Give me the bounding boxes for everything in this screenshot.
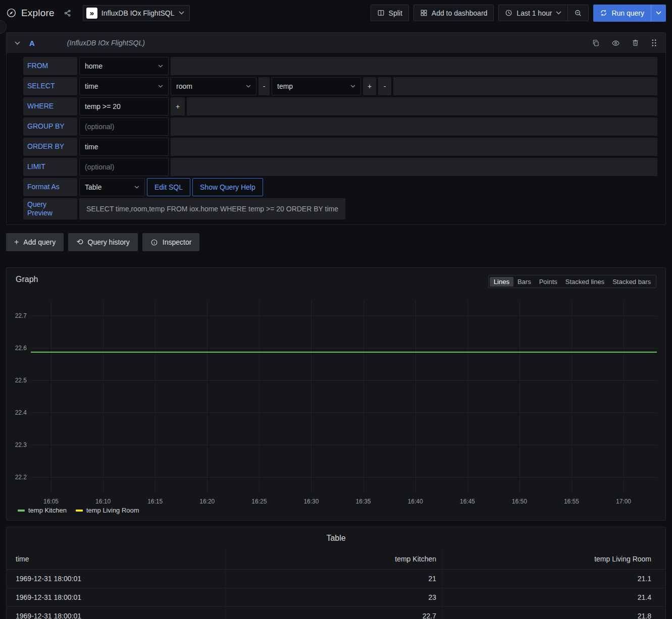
graph-mode-stacked-bars[interactable]: Stacked bars [608, 277, 655, 287]
series-line-temp-kitchen [31, 352, 657, 353]
add-query-button[interactable]: + Add query [6, 233, 64, 251]
history-icon: ⟲ [76, 238, 83, 246]
run-query-dropdown[interactable] [651, 5, 666, 22]
legend-item[interactable]: temp Living Room [76, 507, 139, 514]
gridline-vertical [624, 301, 624, 493]
zoom-out-time-button[interactable] [567, 5, 588, 21]
explore-actions: + Add query ⟲ Query history Inspector [6, 233, 666, 251]
graph-mode-lines[interactable]: Lines [490, 277, 513, 287]
split-panes-icon [377, 9, 385, 17]
row-filler [171, 158, 657, 176]
influxdb-datasource-icon: » [86, 8, 97, 19]
chevron-down-icon [134, 186, 139, 189]
info-circle-icon [150, 239, 158, 246]
where-expression-input[interactable]: temp >= 20 [79, 97, 169, 116]
chevron-down-icon [179, 11, 184, 15]
select-column-room[interactable]: room [171, 77, 256, 95]
delete-query-trash-icon[interactable] [632, 39, 639, 47]
page-title: Explore [21, 8, 55, 19]
table-cell: 1969-12-31 18:00:01 [7, 607, 225, 619]
select-label: SELECT [23, 77, 77, 95]
x-tick-label: 16:25 [251, 498, 267, 505]
y-tick-label: 22.4 [15, 409, 27, 416]
graph-mode-bars[interactable]: Bars [513, 277, 535, 287]
time-range-picker[interactable]: Last 1 hour [499, 5, 567, 21]
row-filler [393, 77, 657, 95]
split-button[interactable]: Split [371, 5, 409, 21]
inspector-button[interactable]: Inspector [142, 233, 200, 251]
query-preview-label: Query Preview [23, 198, 77, 219]
row-filler [171, 118, 657, 136]
duplicate-query-icon[interactable] [592, 39, 600, 47]
drag-handle-icon[interactable] [651, 39, 657, 47]
table-body: 1969-12-31 18:00:012121.11969-12-31 18:0… [7, 570, 665, 619]
graph-panel: Graph LinesBarsPointsStacked linesStacke… [6, 267, 666, 521]
row-filler [171, 138, 657, 156]
edit-sql-button[interactable]: Edit SQL [147, 178, 190, 196]
graph-mode-points[interactable]: Points [535, 277, 561, 287]
run-query-button[interactable]: Run query [593, 5, 666, 22]
add-where-button[interactable]: + [171, 97, 185, 116]
add-column-button[interactable]: + [363, 77, 376, 95]
table-row: 1969-12-31 18:00:012321.4 [7, 588, 665, 607]
apps-grid-icon [420, 9, 428, 17]
datasource-picker[interactable]: » InfluxDB IOx FlightSQL [83, 5, 190, 21]
table-column-header[interactable]: temp Living Room [442, 549, 665, 569]
disable-query-eye-icon[interactable] [611, 39, 620, 47]
select-column-temp[interactable]: temp [272, 77, 361, 95]
share-icon[interactable] [64, 9, 72, 17]
table-header-row: timetemp Kitchentemp Living Room [7, 549, 665, 570]
table-panel: Table timetemp Kitchentemp Living Room 1… [6, 527, 666, 619]
legend-color-swatch [18, 510, 25, 512]
where-label: WHERE [23, 97, 77, 116]
table-row: 1969-12-31 18:00:0122.721.8 [7, 607, 665, 619]
limit-label: LIMIT [23, 158, 77, 176]
table-cell: 21.8 [442, 607, 665, 619]
y-tick-label: 22.6 [15, 345, 27, 352]
table-panel-title: Table [7, 527, 665, 549]
remove-column-button[interactable]: - [259, 77, 270, 95]
gridline-vertical [155, 301, 156, 493]
show-query-help-button[interactable]: Show Query Help [192, 178, 263, 196]
table-row: 1969-12-31 18:00:012121.1 [7, 570, 665, 588]
gridline-vertical [572, 301, 572, 493]
graph-mode-stacked-lines[interactable]: Stacked lines [561, 277, 608, 287]
order-by-label: ORDER BY [23, 138, 77, 156]
where-row: WHERE temp >= 20 + [23, 97, 657, 116]
order-by-input[interactable]: time [79, 138, 169, 156]
format-as-select[interactable]: Table [79, 178, 145, 196]
table-cell: 1969-12-31 18:00:01 [7, 570, 225, 588]
remove-column-button[interactable]: - [378, 77, 391, 95]
add-to-dashboard-button[interactable]: Add to dashboard [413, 5, 494, 21]
limit-input[interactable]: (optional) [79, 158, 169, 176]
split-label: Split [389, 9, 402, 17]
zoom-out-icon [574, 9, 582, 17]
query-ref-id: A [29, 39, 35, 47]
query-preview-row: Query Preview SELECT time,room,temp FROM… [23, 198, 657, 219]
datasource-name: InfluxDB IOx FlightSQL [101, 9, 175, 17]
row-filler [171, 57, 657, 75]
graph-legend: temp Kitchentemp Living Room [18, 507, 139, 514]
run-query-label: Run query [611, 9, 644, 17]
table-column-header[interactable]: temp Kitchen [225, 549, 442, 569]
collapse-chevron-icon[interactable] [15, 41, 20, 45]
legend-item[interactable]: temp Kitchen [18, 507, 67, 514]
order-by-row: ORDER BY time [23, 138, 657, 156]
table-column-header[interactable]: time [7, 549, 225, 569]
from-row: FROM home [23, 57, 657, 75]
x-tick-label: 16:40 [408, 498, 423, 505]
gridline-vertical [103, 301, 104, 493]
query-editor-card: A (InfluxDB IOx FlightSQL) [6, 32, 666, 225]
gridline-vertical [520, 301, 520, 493]
select-column-time[interactable]: time [79, 77, 169, 95]
y-tick-label: 22.7 [15, 312, 27, 319]
table-cell: 21.1 [442, 570, 665, 588]
query-preview-sql: SELECT time,room,temp FROM iox.home WHER… [79, 198, 345, 219]
from-table-select[interactable]: home [79, 57, 169, 75]
plus-icon: + [14, 238, 19, 246]
plot-area[interactable] [31, 301, 657, 493]
x-tick-label: 16:50 [512, 498, 527, 505]
query-history-button[interactable]: ⟲ Query history [68, 233, 138, 251]
chevron-down-icon [158, 65, 163, 68]
group-by-input[interactable]: (optional) [79, 118, 169, 136]
